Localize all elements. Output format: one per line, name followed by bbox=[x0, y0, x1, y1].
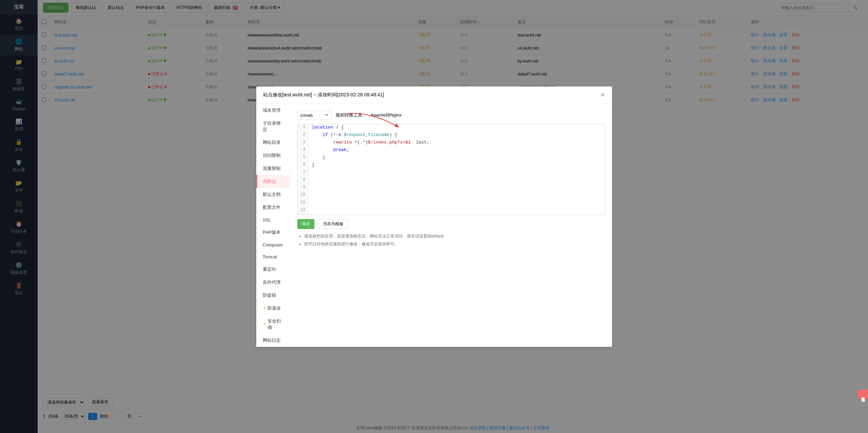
modal-body: 域名管理 子目录绑定 网站目录 访问限制 流量限制 伪静态 默认文档 配置文件 … bbox=[256, 104, 612, 347]
site-settings-modal: 站点修改[test.wuht.net] -- 添加时间[2023-02-28 0… bbox=[256, 86, 612, 347]
modal-sidebar-access[interactable]: 访问限制 bbox=[256, 149, 290, 162]
modal-sidebar-php[interactable]: PHP版本 bbox=[256, 226, 290, 239]
modal-sidebar-subdir[interactable]: 子目录绑定 bbox=[256, 117, 290, 136]
modal-sidebar-hotlink[interactable]: 防盗链 bbox=[256, 289, 290, 302]
rewrite-toolbar: crmeb 默认 thinkphp laravel wordpress dede… bbox=[297, 111, 605, 120]
rule-convert-label: 规则转换工具： bbox=[336, 112, 367, 118]
note-2: 您可以对伪静态规则进行修改，修改完后保存即可。 bbox=[304, 241, 605, 247]
modal-sidebar-composer[interactable]: Composer bbox=[256, 239, 290, 251]
modal-main-content: crmeb 默认 thinkphp laravel wordpress dede… bbox=[290, 104, 612, 347]
code-line-4: 4 break; bbox=[298, 147, 605, 154]
modal-sidebar-tamper[interactable]: ★防篡改 bbox=[256, 302, 290, 315]
modal-sidebar-config[interactable]: 配置文件 bbox=[256, 201, 290, 214]
modal-title: 站点修改[test.wuht.net] -- 添加时间[2023-02-28 0… bbox=[263, 92, 384, 98]
code-line-6: 6 } bbox=[298, 162, 605, 170]
modal-notes: 请选择您的应用，若设置伪静态后，网站无法正常访问，请尝试设置回default 您… bbox=[297, 233, 605, 247]
modal-sidebar-reverse-proxy[interactable]: 反向代理 bbox=[256, 276, 290, 289]
code-line-2: 2 if (!-e $request_filename) { bbox=[298, 132, 605, 139]
code-line-12: 12 bbox=[298, 207, 605, 215]
modal-header: 站点修改[test.wuht.net] -- 添加时间[2023-02-28 0… bbox=[256, 86, 612, 104]
code-line-9: 9 bbox=[298, 185, 605, 192]
modal-action-buttons: 保存 另存为模板 bbox=[297, 219, 605, 229]
code-line-8: 8 bbox=[298, 177, 605, 185]
modal-sidebar: 域名管理 子目录绑定 网站目录 访问限制 流量限制 伪静态 默认文档 配置文件 … bbox=[256, 104, 290, 347]
modal-overlay: 站点修改[test.wuht.net] -- 添加时间[2023-02-28 0… bbox=[0, 0, 868, 433]
modal-sidebar-domain[interactable]: 域名管理 bbox=[256, 104, 290, 117]
code-line-3: 3 rewrite ^(.*)$/index.php?s=$1 last; bbox=[298, 139, 605, 147]
save-button[interactable]: 保存 bbox=[297, 219, 314, 229]
code-editor[interactable]: 1 location / { 2 if (!-e $request_filena… bbox=[297, 124, 605, 215]
rule-convert-link[interactable]: Apache转Nginx bbox=[371, 112, 402, 118]
online-service-button[interactable]: 在线 客服 bbox=[858, 390, 868, 399]
rewrite-preset-select[interactable]: crmeb 默认 thinkphp laravel wordpress dede… bbox=[297, 111, 332, 120]
modal-sidebar-security-scan[interactable]: ★安全扫描 bbox=[256, 315, 290, 334]
modal-sidebar-traffic[interactable]: 流量限制 bbox=[256, 162, 290, 175]
modal-sidebar-sitedir[interactable]: 网站目录 bbox=[256, 136, 290, 149]
code-line-11: 11 bbox=[298, 200, 605, 207]
code-line-1: 1 location / { bbox=[298, 124, 605, 132]
note-1: 请选择您的应用，若设置伪静态后，网站无法正常访问，请尝试设置回default bbox=[304, 233, 605, 240]
modal-sidebar-default-doc[interactable]: 默认文档 bbox=[256, 188, 290, 201]
code-line-10: 10 bbox=[298, 192, 605, 200]
modal-sidebar-redirect[interactable]: 重定向 bbox=[256, 263, 290, 276]
star-icon: ★ bbox=[263, 306, 266, 310]
modal-sidebar-site-log[interactable]: 网站日志 bbox=[256, 334, 290, 347]
code-line-5: 5 } bbox=[298, 154, 605, 162]
code-line-7: 7 bbox=[298, 170, 605, 177]
modal-close-button[interactable]: ✕ bbox=[600, 91, 605, 99]
star-icon-2: ★ bbox=[263, 322, 266, 326]
modal-sidebar-pseudo-static[interactable]: 伪静态 bbox=[256, 175, 290, 188]
save-template-button[interactable]: 另存为模板 bbox=[319, 219, 348, 229]
modal-sidebar-tomcat[interactable]: Tomcat bbox=[256, 251, 290, 263]
modal-sidebar-ssl[interactable]: SSL bbox=[256, 214, 290, 226]
